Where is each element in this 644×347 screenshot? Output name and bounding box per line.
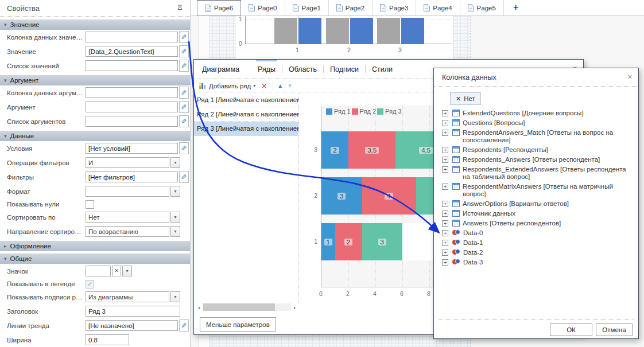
chart-dialog-tab-1[interactable]: Диаграмма <box>201 60 246 79</box>
dropdown-button[interactable]: ▾ <box>170 226 180 237</box>
tree-item[interactable]: Data-1 <box>442 238 635 248</box>
property-input[interactable] <box>86 87 178 98</box>
move-up-icon[interactable]: ▲ <box>277 83 283 89</box>
section-header[interactable]: ▾Данные <box>0 130 190 141</box>
add-series-button[interactable]: Добавить ряд ▾ <box>199 82 255 89</box>
expand-plus-icon[interactable] <box>442 201 448 207</box>
none-button[interactable]: ✕ Нет <box>450 92 481 105</box>
clear-button[interactable]: ✕ <box>112 266 121 276</box>
property-select[interactable]: По возрастанию <box>86 226 169 237</box>
close-icon[interactable]: ✕ <box>627 73 633 81</box>
expand-plus-icon[interactable] <box>442 166 448 173</box>
scrollbar-track[interactable] <box>203 303 291 311</box>
pin-icon[interactable] <box>177 5 183 12</box>
scroll-left-icon[interactable]: ‹ <box>196 304 203 311</box>
edit-button[interactable]: ✎ <box>179 101 189 113</box>
scroll-right-icon[interactable]: › <box>291 304 298 311</box>
tree-item[interactable]: Answers [Ответы респондентов] <box>442 219 635 228</box>
property-input[interactable] <box>86 32 178 42</box>
expand-plus-icon[interactable] <box>442 259 448 266</box>
checkbox[interactable]: ✓ <box>86 280 94 288</box>
less-parameters-button[interactable]: Меньше параметров <box>200 317 276 332</box>
page-tab-page4[interactable]: Page4 <box>416 0 460 15</box>
report-chart-component[interactable]: 12310 <box>236 16 453 60</box>
section-header[interactable]: ▾Аргумент <box>0 75 190 85</box>
add-page-button[interactable]: + <box>510 2 522 15</box>
property-input[interactable] <box>86 46 178 57</box>
edit-button[interactable]: ✎ <box>179 171 189 183</box>
edit-button[interactable]: ✎ <box>179 87 189 99</box>
tree-item[interactable]: Questions [Вопросы] <box>442 118 635 128</box>
horizontal-scrollbar[interactable]: ‹ › <box>196 303 298 311</box>
expand-plus-icon[interactable] <box>442 210 448 217</box>
expand-plus-icon[interactable] <box>442 130 448 136</box>
tree-item[interactable]: Data-2 <box>442 248 635 258</box>
page-tab-page5[interactable]: Page5 <box>460 0 504 15</box>
property-input[interactable] <box>86 116 178 127</box>
property-input[interactable] <box>86 60 178 71</box>
tree-item[interactable]: Respondents_Answers [Ответы респондента] <box>442 155 635 165</box>
scrollbar-thumb[interactable] <box>203 303 275 311</box>
property-input[interactable] <box>86 266 111 276</box>
tree-item[interactable]: Data-0 <box>442 228 635 238</box>
expand-plus-icon[interactable] <box>442 157 448 163</box>
edit-button[interactable]: ✎ <box>179 45 189 57</box>
dropdown-button[interactable]: ▾ <box>170 186 180 197</box>
property-select[interactable] <box>86 186 169 197</box>
section-header[interactable]: ▸Оформление <box>0 240 190 251</box>
chart-dialog-tab-3[interactable]: Область <box>282 60 323 79</box>
page-tab-page0[interactable]: Page0 <box>241 0 285 15</box>
page-tab-page1[interactable]: Page1 <box>285 0 329 15</box>
dropdown-button[interactable]: ▾ <box>122 266 132 276</box>
tree-item[interactable]: RespondentMatrixAnswers [Ответы на матри… <box>442 182 635 199</box>
expand-plus-icon[interactable] <box>442 110 448 116</box>
edit-button[interactable]: ✎ <box>179 60 189 72</box>
edit-button[interactable]: ✎ <box>179 115 189 127</box>
property-input[interactable] <box>86 171 178 182</box>
tree-item[interactable]: Respondents_ExtendedAnswers [Ответы респ… <box>442 165 635 182</box>
property-input[interactable] <box>86 306 180 317</box>
series-list-item[interactable]: Ряд 2 [Линейчатая с накоплением] <box>194 107 298 122</box>
section-header[interactable]: ▾Общие <box>0 253 190 264</box>
dropdown-button[interactable]: ▾ <box>170 291 180 302</box>
expand-plus-icon[interactable] <box>442 147 448 153</box>
property-input[interactable] <box>86 320 178 331</box>
dropdown-button[interactable]: ▾ <box>170 212 180 223</box>
tree-item[interactable]: Data-3 <box>442 258 635 267</box>
edit-button[interactable]: ✎ <box>179 31 189 43</box>
property-select[interactable]: И <box>86 157 169 168</box>
property-select[interactable]: Нет <box>86 212 169 223</box>
tree-item[interactable]: RespondentAnswers_Match [Ответы на вопро… <box>442 128 635 145</box>
edit-button[interactable]: ✎ <box>179 142 189 154</box>
page-tab-page3[interactable]: Page3 <box>373 0 416 15</box>
move-down-icon[interactable]: ▼ <box>287 83 293 89</box>
property-input[interactable] <box>86 143 178 154</box>
expand-plus-icon[interactable] <box>442 240 448 246</box>
expand-plus-icon[interactable] <box>442 230 448 236</box>
cancel-button[interactable]: Отмена <box>596 323 633 336</box>
dropdown-button[interactable]: ▾ <box>170 157 180 168</box>
tree-item[interactable]: Respondents [Респонденты] <box>442 145 635 155</box>
series-list-item[interactable]: Ряд 3 [Линейчатая с накоплением] <box>194 122 298 136</box>
tree-item[interactable]: Источник данных <box>442 209 635 219</box>
delete-series-icon[interactable]: ✕ <box>259 82 269 90</box>
tree-item[interactable]: ExtendedQuestions [Дочерние вопросы] <box>442 108 635 118</box>
page-tab-page6[interactable]: Page6 <box>197 0 241 16</box>
expand-plus-icon[interactable] <box>442 249 448 256</box>
page-tab-page2[interactable]: Page2 <box>329 0 373 15</box>
expand-plus-icon[interactable] <box>442 220 448 227</box>
section-header[interactable]: ▾Значение <box>0 19 190 30</box>
chart-dialog-tab-2[interactable]: Ряды <box>251 60 282 79</box>
checkbox[interactable] <box>86 200 94 209</box>
edit-button[interactable]: ✎ <box>179 319 189 332</box>
property-select[interactable]: Из диаграммы <box>86 291 169 302</box>
series-list-item[interactable]: Ряд 1 [Линейчатая с накоплением] <box>194 93 298 107</box>
property-input[interactable] <box>86 102 178 112</box>
chart-dialog-tab-5[interactable]: Стили <box>366 60 399 79</box>
chart-dialog-tab-4[interactable]: Подписи <box>324 60 365 79</box>
expand-plus-icon[interactable] <box>442 120 448 126</box>
expand-plus-icon[interactable] <box>442 184 448 190</box>
ok-button[interactable]: ОК <box>550 323 592 336</box>
tree-item[interactable]: AnswerOptions [Варианты ответов] <box>442 199 635 209</box>
property-input[interactable] <box>86 334 129 345</box>
